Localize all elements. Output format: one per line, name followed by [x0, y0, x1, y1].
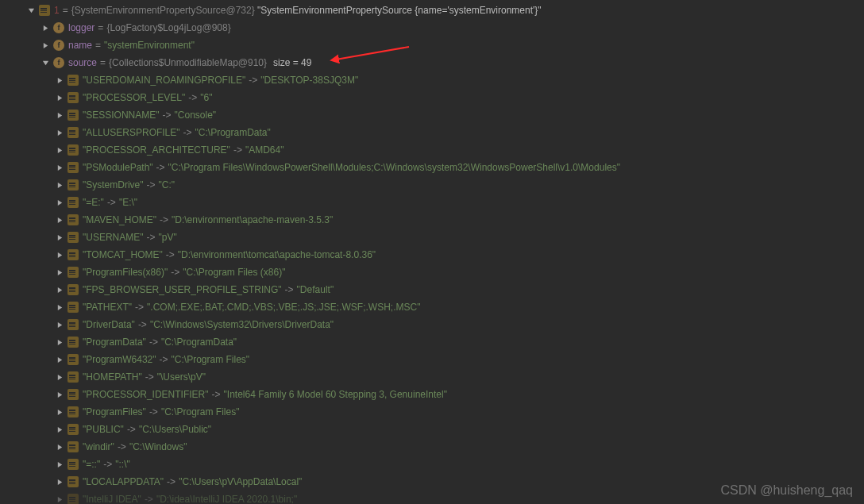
chevron-right-icon[interactable]	[54, 249, 65, 260]
chevron-right-icon[interactable]	[54, 337, 65, 348]
entry-arrow: ->	[149, 406, 158, 417]
entry-value: "C:\Windows\System32\Drivers\DriverData"	[150, 319, 334, 330]
chevron-right-icon[interactable]	[54, 494, 65, 504]
map-entry[interactable]: "DriverData" -> "C:\Windows\System32\Dri…	[0, 316, 864, 333]
entry-arrow: ->	[163, 110, 172, 121]
chevron-right-icon[interactable]	[54, 75, 65, 86]
chevron-down-icon[interactable]	[40, 57, 51, 68]
chevron-right-icon[interactable]	[54, 267, 65, 278]
chevron-right-icon[interactable]	[54, 144, 65, 156]
tree-root[interactable]: 1 = {SystemEnvironmentPropertySource@732…	[0, 2, 864, 19]
chevron-right-icon[interactable]	[54, 389, 65, 400]
entry-arrow: ->	[233, 144, 242, 156]
entry-value: "DESKTOP-38SJQ3M"	[260, 75, 358, 86]
map-entry[interactable]: "PROCESSOR_IDENTIFIER" -> "Intel64 Famil…	[0, 386, 864, 403]
entry-value: "C:\Program Files"	[172, 354, 250, 365]
chevron-right-icon[interactable]	[54, 476, 65, 487]
map-icon	[67, 283, 79, 296]
entry-key: "PSModulePath"	[83, 162, 153, 173]
debug-tree: 1 = {SystemEnvironmentPropertySource@732…	[0, 0, 864, 504]
eq: =	[63, 5, 68, 16]
chevron-right-icon[interactable]	[54, 319, 65, 330]
entry-key: "SESSIONNAME"	[83, 110, 160, 121]
entry-arrow: ->	[160, 214, 168, 225]
map-icon	[67, 266, 79, 279]
chevron-right-icon[interactable]	[54, 459, 65, 470]
chevron-right-icon[interactable]	[54, 284, 65, 295]
map-entry[interactable]: "PUBLIC" -> "C:\Users\Public"	[0, 421, 864, 438]
map-entry[interactable]: "USERNAME" -> "pV"	[0, 229, 864, 246]
chevron-right-icon[interactable]	[40, 22, 51, 33]
map-entry[interactable]: "ProgramW6432" -> "C:\Program Files"	[0, 351, 864, 368]
map-entry[interactable]: "MAVEN_HOME" -> "D:\environment\apache-m…	[0, 211, 864, 229]
field-icon: f	[52, 39, 65, 52]
field-source[interactable]: f source = {Collections$UnmodifiableMap@…	[0, 54, 864, 71]
map-entry[interactable]: "PSModulePath" -> "C:\Program Files\Wind…	[0, 159, 864, 176]
entry-value: "D:\idea\IntelliJ IDEA 2020.1\bin;"	[156, 494, 297, 504]
map-entry[interactable]: "USERDOMAIN_ROAMINGPROFILE" -> "DESKTOP-…	[0, 71, 864, 89]
chevron-right-icon[interactable]	[54, 197, 65, 208]
chevron-right-icon[interactable]	[54, 232, 65, 243]
map-icon	[67, 301, 79, 314]
map-entry[interactable]: "=::" -> "::\"	[0, 456, 864, 473]
entry-key: "ALLUSERSPROFILE"	[83, 127, 180, 138]
map-entry[interactable]: "windir" -> "C:\Windows"	[0, 438, 864, 456]
map-icon	[67, 91, 79, 104]
field-source-label: source	[68, 57, 97, 68]
entry-key: "DriverData"	[83, 319, 135, 330]
entry-value: "C:\Users\pV\AppData\Local"	[179, 476, 302, 487]
map-entry[interactable]: "ProgramFiles" -> "C:\Program Files"	[0, 403, 864, 421]
chevron-right-icon[interactable]	[54, 162, 65, 173]
chevron-right-icon[interactable]	[54, 441, 65, 452]
entry-key: "LOCALAPPDATA"	[83, 476, 164, 487]
entry-value: "D:\environment\apache-maven-3.5.3"	[172, 214, 333, 225]
chevron-right-icon[interactable]	[54, 92, 65, 103]
field-icon: f	[52, 21, 65, 34]
map-icon	[67, 441, 79, 453]
map-icon	[67, 144, 79, 156]
map-entry[interactable]: "ProgramData" -> "C:\ProgramData"	[0, 333, 864, 351]
field-name[interactable]: f name = "systemEnvironment"	[0, 37, 864, 54]
chevron-right-icon[interactable]	[54, 354, 65, 365]
map-entry[interactable]: "SESSIONNAME" -> "Console"	[0, 106, 864, 124]
chevron-right-icon[interactable]	[54, 127, 65, 138]
entry-arrow: ->	[171, 267, 179, 278]
chevron-right-icon[interactable]	[54, 424, 65, 435]
chevron-right-icon[interactable]	[54, 406, 65, 417]
chevron-right-icon[interactable]	[40, 40, 51, 51]
map-icon	[67, 318, 79, 331]
map-entry[interactable]: "SystemDrive" -> "C:"	[0, 176, 864, 194]
entry-arrow: ->	[167, 476, 176, 487]
chevron-right-icon[interactable]	[54, 214, 65, 225]
entry-arrow: ->	[127, 424, 136, 435]
object-ref: {SystemEnvironmentPropertySource@732}	[71, 5, 255, 16]
entry-key: "PATHEXT"	[83, 302, 132, 313]
field-name: logger	[68, 22, 94, 33]
map-entry[interactable]: "PROCESSOR_ARCHITECTURE" -> "AMD64"	[0, 141, 864, 159]
map-entry[interactable]: "ProgramFiles(x86)" -> "C:\Program Files…	[0, 264, 864, 281]
map-icon	[67, 161, 79, 174]
chevron-right-icon[interactable]	[54, 179, 65, 190]
map-entry[interactable]: "=E:" -> "E:\"	[0, 194, 864, 211]
chevron-right-icon[interactable]	[54, 371, 65, 383]
chevron-down-icon[interactable]	[25, 5, 37, 16]
field-logger[interactable]: f logger = {LogFactory$Log4jLog@908}	[0, 19, 864, 37]
map-entry[interactable]: "FPS_BROWSER_USER_PROFILE_STRING" -> "De…	[0, 281, 864, 298]
entry-arrow: ->	[188, 92, 197, 103]
chevron-right-icon[interactable]	[54, 302, 65, 313]
field-name-label: name	[68, 40, 92, 51]
chevron-right-icon[interactable]	[54, 110, 65, 121]
entry-arrow: ->	[160, 354, 168, 365]
map-entry[interactable]: "PATHEXT" -> ".COM;.EXE;.BAT;.CMD;.VBS;.…	[0, 298, 864, 316]
object-ref: {Collections$UnmodifiableMap@910}	[109, 57, 267, 68]
map-entry[interactable]: "ALLUSERSPROFILE" -> "C:\ProgramData"	[0, 124, 864, 141]
entry-key: "=::"	[83, 459, 100, 470]
entry-arrow: ->	[166, 249, 175, 260]
map-entry[interactable]: "TOMCAT_HOME" -> "D:\environment\tomcat\…	[0, 246, 864, 264]
map-entry[interactable]: "HOMEPATH" -> "\Users\pV"	[0, 368, 864, 386]
entry-key: "ProgramW6432"	[83, 354, 156, 365]
map-entry[interactable]: "PROCESSOR_LEVEL" -> "6"	[0, 89, 864, 106]
entry-value: "Default"	[297, 284, 334, 295]
entry-value: "pV"	[159, 232, 177, 243]
entry-arrow: ->	[147, 179, 156, 190]
